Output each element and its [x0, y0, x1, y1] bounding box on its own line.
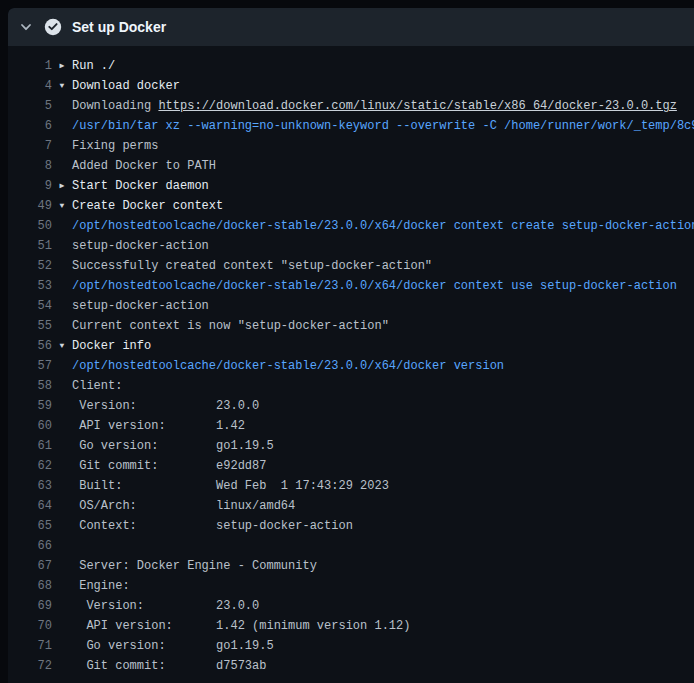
plain-text: Downloading	[72, 99, 158, 113]
plain-text: Server: Docker Engine - Community	[72, 559, 317, 573]
line-number[interactable]: 55	[8, 316, 52, 336]
log-text: Version: 23.0.0	[72, 396, 259, 416]
line-number[interactable]: 9	[8, 176, 52, 196]
log-group-row[interactable]: 56▼Docker info	[8, 336, 694, 356]
log-group-row[interactable]: 4▼Download docker	[8, 76, 694, 96]
chevron-down-toggle-icon[interactable]: ▼	[52, 76, 72, 96]
line-number[interactable]: 67	[8, 556, 52, 576]
line-number[interactable]: 58	[8, 376, 52, 396]
line-number[interactable]: 4	[8, 76, 52, 96]
line-number[interactable]: 53	[8, 276, 52, 296]
line-number[interactable]: 51	[8, 236, 52, 256]
line-number[interactable]: 49	[8, 196, 52, 216]
chevron-down-icon	[18, 19, 34, 35]
gutter-spacer	[52, 636, 72, 656]
line-number[interactable]: 54	[8, 296, 52, 316]
log-line-row: 55Current context is now "setup-docker-a…	[8, 316, 694, 336]
line-number[interactable]: 64	[8, 496, 52, 516]
gutter-spacer	[52, 656, 72, 676]
gutter-spacer	[52, 496, 72, 516]
plain-text: Run ./	[72, 59, 115, 73]
line-number[interactable]: 50	[8, 216, 52, 236]
plain-text: Download docker	[72, 79, 180, 93]
log-line-row: 60 API version: 1.42	[8, 416, 694, 436]
line-number[interactable]: 61	[8, 436, 52, 456]
plain-text: Version: 23.0.0	[72, 599, 259, 613]
command-text: /opt/hostedtoolcache/docker-stable/23.0.…	[72, 359, 504, 373]
status-success-check-circle-icon	[44, 18, 62, 36]
line-number[interactable]: 8	[8, 156, 52, 176]
line-number[interactable]: 72	[8, 656, 52, 676]
chevron-right-toggle-icon[interactable]: ▶	[52, 56, 72, 76]
log-line-row: 72 Git commit: d7573ab	[8, 656, 694, 676]
log-line-row: 7Fixing perms	[8, 136, 694, 156]
line-number[interactable]: 62	[8, 456, 52, 476]
gutter-spacer	[52, 316, 72, 336]
line-number[interactable]: 60	[8, 416, 52, 436]
log-text: Downloading https://download.docker.com/…	[72, 96, 677, 116]
line-number[interactable]: 68	[8, 576, 52, 596]
log-text: Git commit: e92dd87	[72, 456, 266, 476]
gutter-spacer	[52, 356, 72, 376]
log-text: /opt/hostedtoolcache/docker-stable/23.0.…	[72, 356, 504, 376]
plain-text: Go version: go1.19.5	[72, 639, 274, 653]
line-number[interactable]: 56	[8, 336, 52, 356]
log-text: Create Docker context	[72, 196, 223, 216]
line-number[interactable]: 63	[8, 476, 52, 496]
line-number[interactable]: 59	[8, 396, 52, 416]
log-line-row: 54setup-docker-action	[8, 296, 694, 316]
line-number[interactable]: 70	[8, 616, 52, 636]
plain-text: Go version: go1.19.5	[72, 439, 274, 453]
log-text: Current context is now "setup-docker-act…	[72, 316, 389, 336]
gutter-spacer	[52, 236, 72, 256]
log-line-row: 59 Version: 23.0.0	[8, 396, 694, 416]
plain-text: setup-docker-action	[72, 239, 209, 253]
line-number[interactable]: 52	[8, 256, 52, 276]
gutter-spacer	[52, 296, 72, 316]
log-line-row: 70 API version: 1.42 (minimum version 1.…	[8, 616, 694, 636]
step-log-panel: Set up Docker 1▶Run ./4▼Download docker5…	[8, 8, 694, 683]
log-text: setup-docker-action	[72, 296, 209, 316]
plain-text: Git commit: e92dd87	[72, 459, 266, 473]
log-line-row: 62 Git commit: e92dd87	[8, 456, 694, 476]
collapse-step-button[interactable]	[14, 15, 38, 39]
plain-text: Docker info	[72, 339, 151, 353]
log-line-row: 67 Server: Docker Engine - Community	[8, 556, 694, 576]
log-text: Version: 23.0.0	[72, 596, 259, 616]
log-text: Client:	[72, 376, 122, 396]
log-text: Context: setup-docker-action	[72, 516, 353, 536]
gutter-spacer	[52, 436, 72, 456]
chevron-down-toggle-icon[interactable]: ▼	[52, 196, 72, 216]
log-url-link[interactable]: https://download.docker.com/linux/static…	[158, 99, 676, 113]
chevron-right-toggle-icon[interactable]: ▶	[52, 176, 72, 196]
line-number[interactable]: 6	[8, 116, 52, 136]
log-group-row[interactable]: 49▼Create Docker context	[8, 196, 694, 216]
line-number[interactable]: 5	[8, 96, 52, 116]
log-text: Run ./	[72, 56, 115, 76]
log-text: Engine:	[72, 576, 130, 596]
log-text: /opt/hostedtoolcache/docker-stable/23.0.…	[72, 276, 677, 296]
step-header[interactable]: Set up Docker	[8, 8, 694, 46]
plain-text: API version: 1.42	[72, 419, 245, 433]
command-text: /usr/bin/tar xz --warning=no-unknown-key…	[72, 119, 694, 133]
log-text: Download docker	[72, 76, 180, 96]
log-text: Start Docker daemon	[72, 176, 209, 196]
line-number[interactable]: 7	[8, 136, 52, 156]
plain-text: Added Docker to PATH	[72, 159, 216, 173]
line-number[interactable]: 69	[8, 596, 52, 616]
log-line-row: 64 OS/Arch: linux/amd64	[8, 496, 694, 516]
line-number[interactable]: 71	[8, 636, 52, 656]
log-group-row[interactable]: 9▶Start Docker daemon	[8, 176, 694, 196]
plain-text: Context: setup-docker-action	[72, 519, 353, 533]
line-number[interactable]: 1	[8, 56, 52, 76]
chevron-down-toggle-icon[interactable]: ▼	[52, 336, 72, 356]
gutter-spacer	[52, 476, 72, 496]
log-text: Successfully created context "setup-dock…	[72, 256, 432, 276]
log-group-row[interactable]: 1▶Run ./	[8, 56, 694, 76]
line-number[interactable]: 65	[8, 516, 52, 536]
line-number[interactable]: 66	[8, 536, 52, 556]
line-number[interactable]: 57	[8, 356, 52, 376]
gutter-spacer	[52, 396, 72, 416]
log-line-row: 65 Context: setup-docker-action	[8, 516, 694, 536]
plain-text: Engine:	[72, 579, 130, 593]
